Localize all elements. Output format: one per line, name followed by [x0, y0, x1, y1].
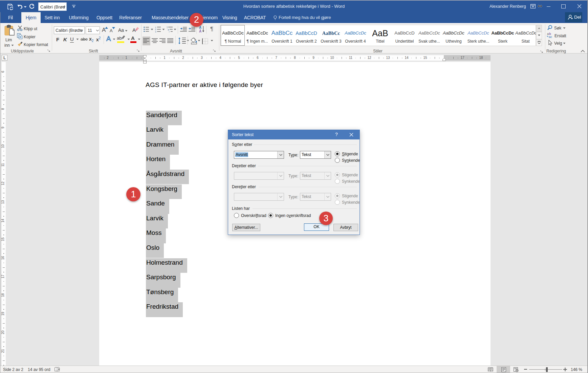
svg-text:A: A — [199, 26, 201, 29]
svg-text:1: 1 — [155, 26, 156, 28]
svg-text:3: 3 — [155, 31, 156, 33]
svg-text:2: 2 — [155, 28, 156, 30]
svg-text:ac: ac — [549, 35, 552, 38]
svg-text:i: i — [169, 30, 169, 32]
svg-text:Å: Å — [199, 29, 201, 33]
